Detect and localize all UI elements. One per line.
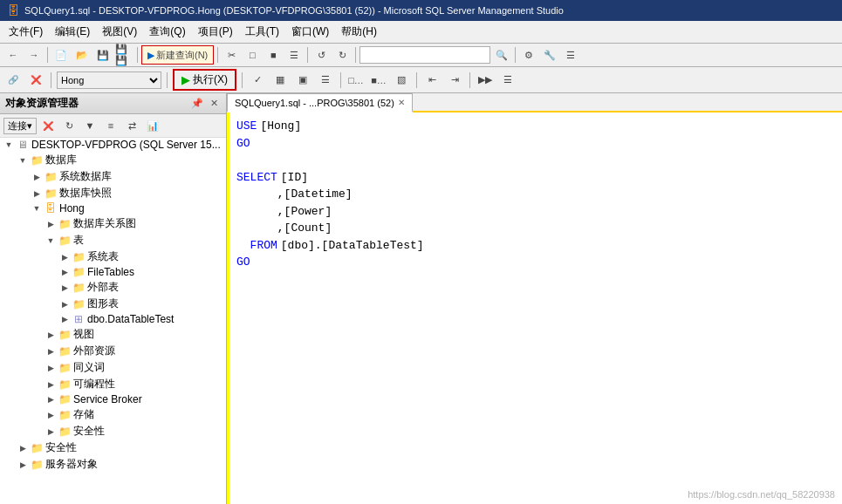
tb-r2[interactable]: ☰ — [316, 71, 335, 90]
disconnect-btn[interactable]: ❌ — [26, 71, 45, 90]
tree-exttables[interactable]: ▶ 📁 外部表 — [0, 279, 226, 296]
datatable-icon: ⊞ — [72, 313, 86, 325]
oe-filter2-btn[interactable]: ≡ — [101, 116, 120, 135]
tb7[interactable]: ↺ — [311, 45, 331, 65]
database-select[interactable]: Hong — [57, 72, 161, 89]
oe-title: 对象资源管理器 — [5, 96, 79, 111]
tb-r4[interactable]: ■… — [369, 71, 388, 90]
oe-refresh-btn[interactable]: ↻ — [59, 116, 79, 135]
execute-row: 🔗 ❌ Hong ▶ 执行(X) ✓ ▦ ▣ ☰ □… ■… ▧ ⇤ ⇥ ▶▶ … — [0, 67, 842, 93]
toolbar-open[interactable]: 📂 — [72, 45, 92, 65]
tree-tables[interactable]: ▼ 📁 表 — [0, 232, 226, 249]
tree-synonyms[interactable]: ▶ 📁 同义词 — [0, 359, 226, 376]
tb6[interactable]: ☰ — [284, 45, 304, 65]
query-tab[interactable]: SQLQuery1.sql - ...PROG\35801 (52) ✕ — [227, 93, 413, 112]
tree-views[interactable]: ▶ 📁 视图 — [0, 326, 226, 343]
tree-programmability[interactable]: ▶ 📁 可编程性 — [0, 376, 226, 392]
expand-hong: ▼ — [30, 204, 44, 213]
object-explorer: 对象资源管理器 📌 ✕ 连接▾ ❌ ↻ ▼ ≡ ⇄ 📊 ▼ 🖥 DESKTOP-… — [0, 93, 227, 504]
menu-tools[interactable]: 工具(T) — [240, 23, 284, 41]
tree-hong[interactable]: ▼ 🗄 Hong — [0, 201, 226, 215]
server-icon: 🖥 — [16, 139, 30, 151]
menu-query[interactable]: 查询(Q) — [144, 23, 190, 41]
sep2 — [137, 47, 138, 63]
tb8[interactable]: ↻ — [332, 45, 352, 65]
tree-server[interactable]: ▼ 🖥 DESKTOP-VFDPROG (SQL Server 15... — [0, 138, 226, 152]
toolbar-saveall[interactable]: 💾💾 — [114, 45, 133, 65]
tb5[interactable]: ■ — [264, 45, 283, 65]
tree-datatable[interactable]: ▶ ⊞ dbo.DataTableTest — [0, 312, 226, 326]
tables-label: 表 — [73, 233, 84, 248]
tb9[interactable]: 🔍 — [492, 45, 511, 65]
tb4[interactable]: □ — [243, 45, 262, 65]
tree-systables[interactable]: ▶ 📁 系统表 — [0, 249, 226, 265]
tree-security-server[interactable]: ▶ 📁 安全性 — [0, 439, 226, 456]
oe-pin-btn[interactable]: 📌 — [188, 97, 206, 110]
tree-snapshot[interactable]: ▶ 📁 数据库快照 — [0, 185, 226, 201]
tab-close-btn[interactable]: ✕ — [398, 98, 405, 107]
toolbar-fwd[interactable]: → — [24, 45, 44, 65]
snapshot-label: 数据库快照 — [59, 186, 112, 201]
sql-editor[interactable]: USE [Hong] GO SELECT [ID] ,[Datetime] ,[… — [227, 112, 842, 504]
tree-serverobj[interactable]: ▶ 📁 服务器对象 — [0, 456, 226, 473]
oe-close-btn[interactable]: ✕ — [208, 97, 221, 110]
debug-btn[interactable]: ✓ — [248, 71, 267, 90]
tree-extsources[interactable]: ▶ 📁 外部资源 — [0, 343, 226, 359]
sep1 — [47, 47, 48, 63]
use-keyword: USE — [236, 118, 257, 135]
menu-file[interactable]: 文件(F) — [3, 23, 48, 41]
tb-r3[interactable]: □… — [346, 71, 366, 90]
toolbar-save[interactable]: 💾 — [93, 45, 113, 65]
sep-ex5 — [416, 72, 417, 88]
graphtables-label: 图形表 — [87, 296, 119, 311]
menu-window[interactable]: 窗口(W) — [286, 23, 334, 41]
systemdb-label: 系统数据库 — [59, 169, 112, 184]
tb12[interactable]: ☰ — [561, 45, 580, 65]
new-query-icon: ▶ — [147, 50, 154, 61]
tab-bar: SQLQuery1.sql - ...PROG\35801 (52) ✕ — [227, 93, 842, 112]
filetables-label: FileTables — [87, 266, 134, 278]
tb-r1[interactable]: ▣ — [293, 71, 312, 90]
tb-r8[interactable]: ▶▶ — [476, 71, 495, 90]
toolbar-new[interactable]: 📄 — [51, 45, 71, 65]
oe-connect-btn[interactable]: 连接▾ — [3, 118, 37, 134]
oe-sync-btn[interactable]: ⇄ — [122, 116, 141, 135]
filetables-icon: 📁 — [72, 266, 86, 278]
toolbar-back[interactable]: ← — [3, 45, 23, 65]
execute-button[interactable]: ▶ 执行(X) — [173, 69, 236, 91]
menu-view[interactable]: 视图(V) — [97, 23, 142, 41]
tree-storage[interactable]: ▶ 📁 存储 — [0, 406, 226, 423]
tree-filetables[interactable]: ▶ 📁 FileTables — [0, 265, 226, 279]
new-query-btn[interactable]: ▶ 新建查询(N) — [141, 45, 214, 65]
menu-project[interactable]: 项目(P) — [193, 23, 238, 41]
sb-label: Service Broker — [73, 393, 142, 405]
menu-help[interactable]: 帮助(H) — [336, 23, 382, 41]
expand-extsources: ▶ — [44, 347, 58, 356]
tb-r9[interactable]: ☰ — [498, 71, 517, 90]
tb-r7[interactable]: ⇥ — [445, 71, 464, 90]
synonyms-label: 同义词 — [73, 360, 105, 375]
select-id: [ID] — [281, 169, 308, 187]
tree-servicebroker[interactable]: ▶ 📁 Service Broker — [0, 392, 226, 406]
search-box[interactable] — [359, 46, 490, 64]
sql-from-line: FROM [dbo].[DataTableTest] — [236, 237, 835, 255]
extsources-label: 外部资源 — [73, 344, 115, 358]
tree-graphtables[interactable]: ▶ 📁 图形表 — [0, 296, 226, 312]
tb-r6[interactable]: ⇤ — [422, 71, 442, 90]
tb11[interactable]: 🔧 — [540, 45, 559, 65]
oe-filter-btn[interactable]: ▼ — [80, 116, 99, 135]
tb10[interactable]: ⚙ — [519, 45, 538, 65]
tree-databases[interactable]: ▼ 📁 数据库 — [0, 152, 226, 168]
oe-disconnect-btn[interactable]: ❌ — [38, 116, 58, 135]
use-db: [Hong] — [260, 118, 301, 135]
watermark-text: https://blog.csdn.net/qq_58220938 — [688, 487, 835, 502]
tree-dbdiagram[interactable]: ▶ 📁 数据库关系图 — [0, 215, 226, 232]
tb3[interactable]: ✂ — [222, 45, 241, 65]
connect-btn[interactable]: 🔗 — [3, 71, 23, 90]
tb-r5[interactable]: ▧ — [392, 71, 411, 90]
tree-systemdb[interactable]: ▶ 📁 系统数据库 — [0, 168, 226, 185]
oe-report-btn[interactable]: 📊 — [143, 116, 162, 135]
tree-security-db[interactable]: ▶ 📁 安全性 — [0, 423, 226, 439]
menu-edit[interactable]: 编辑(E) — [50, 23, 95, 41]
parse-btn[interactable]: ▦ — [270, 71, 290, 90]
